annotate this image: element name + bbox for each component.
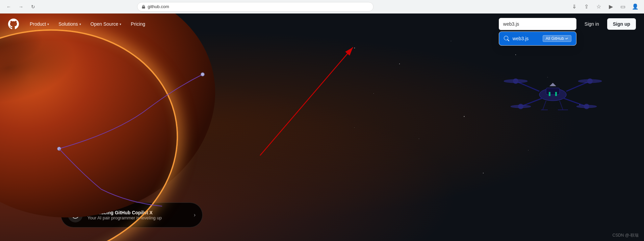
- banner-chevron-icon: ›: [194, 212, 196, 218]
- dropdown-search-text: web3.js: [513, 36, 539, 41]
- svg-rect-16: [549, 92, 550, 96]
- nav-right: web3.js All GitHub ↵ Sign in Sign up: [499, 18, 636, 30]
- svg-point-14: [511, 105, 531, 108]
- open-source-chevron-icon: ▾: [120, 22, 121, 26]
- share-icon[interactable]: ⇪: [582, 2, 591, 11]
- profile-icon[interactable]: 👤: [630, 2, 640, 11]
- bookmark-icon[interactable]: ☆: [594, 2, 603, 11]
- drone-svg: [499, 51, 607, 125]
- nav-open-source[interactable]: Open Source ▾: [86, 19, 126, 29]
- drone-illustration: [499, 51, 607, 126]
- search-dropdown: web3.js All GitHub ↵: [499, 31, 576, 46]
- search-icon: [504, 36, 509, 41]
- svg-line-19: [560, 101, 563, 110]
- nav-product[interactable]: Product ▾: [26, 19, 53, 29]
- nav-solutions[interactable]: Solutions ▾: [54, 19, 85, 29]
- browser-right-icons: ⇓ ⇪ ☆ ▶ ▭ 👤: [570, 2, 640, 11]
- back-button[interactable]: ←: [4, 2, 14, 11]
- address-bar[interactable]: github.com: [137, 2, 373, 11]
- solutions-chevron-icon: ▾: [79, 22, 81, 26]
- svg-point-15: [576, 105, 597, 108]
- sign-in-button[interactable]: Sign in: [581, 19, 603, 29]
- all-github-badge[interactable]: All GitHub ↵: [543, 35, 571, 42]
- svg-marker-22: [549, 83, 556, 86]
- nav-pricing[interactable]: Pricing: [127, 19, 149, 29]
- github-page: Product ▾ Solutions ▾ Open Source ▾ Pric…: [0, 14, 644, 241]
- forward-button[interactable]: →: [16, 2, 26, 11]
- media-icon[interactable]: ▶: [606, 2, 616, 11]
- download-icon[interactable]: ⇓: [570, 2, 579, 11]
- url-text: github.com: [148, 4, 169, 9]
- sign-up-button[interactable]: Sign up: [607, 18, 636, 30]
- lock-icon: [141, 5, 146, 9]
- browser-chrome: ← → ↻ github.com ⇓ ⇪ ☆ ▶ ▭ 👤: [0, 0, 644, 14]
- watermark: CSDN @-联瑞: [612, 233, 639, 238]
- search-dropdown-item[interactable]: web3.js All GitHub ↵: [499, 32, 576, 45]
- svg-rect-17: [555, 92, 557, 96]
- navbar: Product ▾ Solutions ▾ Open Source ▾ Pric…: [0, 14, 644, 34]
- reload-button[interactable]: ↻: [28, 2, 38, 11]
- banner-subtitle: Your AI pair programmer is leveling up: [87, 215, 189, 220]
- search-input[interactable]: [499, 18, 576, 30]
- svg-point-12: [504, 79, 527, 83]
- svg-rect-3: [546, 88, 560, 95]
- svg-point-13: [578, 79, 602, 83]
- split-icon[interactable]: ▭: [618, 2, 628, 11]
- svg-line-18: [543, 101, 546, 110]
- search-box-container: web3.js All GitHub ↵: [499, 18, 576, 30]
- github-logo[interactable]: [8, 19, 19, 29]
- product-chevron-icon: ▾: [47, 22, 49, 26]
